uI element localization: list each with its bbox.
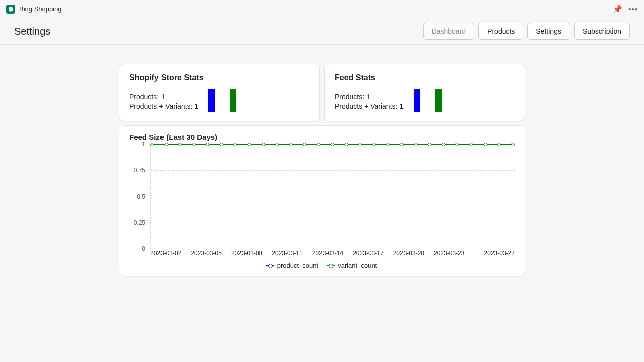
x-tick: 2023-03-23 — [434, 250, 464, 257]
store-stats-title: Shopify Store Stats — [129, 73, 309, 82]
chart-data-point — [317, 143, 320, 146]
store-stats-card: Shopify Store Stats Products: 1 Products… — [119, 64, 320, 121]
chart-data-point — [511, 143, 515, 146]
feed-stats-card: Feed Stats Products: 1 Products + Varian… — [324, 64, 525, 121]
y-tick-075: 0.75 — [134, 167, 145, 174]
nav-subscription[interactable]: Subscription — [574, 23, 630, 40]
chart-data-point — [220, 143, 223, 146]
chart-data-point — [192, 143, 196, 146]
chart-data-point — [275, 143, 279, 146]
nav-products[interactable]: Products — [478, 23, 523, 40]
x-tick: 2023-03-20 — [393, 250, 424, 257]
chart-data-point — [469, 143, 473, 146]
feed-variants-label: Products + Variants: 1 — [335, 102, 404, 112]
nav-buttons: Dashboard Products Settings Subscription — [423, 23, 630, 40]
app-title: Bing Shopping — [19, 5, 62, 13]
feed-stats-title: Feed Stats — [335, 73, 515, 82]
y-tick-1: 1 — [142, 141, 145, 148]
chart-data-point — [331, 143, 334, 146]
chart-data-point — [358, 143, 362, 146]
x-tick: 2023-03-11 — [272, 250, 302, 257]
legend-variant-count[interactable]: variant_count — [327, 262, 377, 269]
grid-line — [150, 197, 515, 197]
chart-data-point — [372, 143, 376, 146]
feed-mini-chart — [414, 89, 442, 112]
stats-cards-row: Shopify Store Stats Products: 1 Products… — [119, 64, 525, 121]
chart-data-point — [262, 143, 265, 146]
feed-size-chart-card: Feed Size (Last 30 Days) 1 0.75 0.5 0.25… — [119, 125, 525, 276]
feed-size-chart-title: Feed Size (Last 30 Days) — [129, 133, 515, 141]
store-bar-products — [208, 89, 215, 112]
legend-marker-icon — [266, 265, 274, 266]
feed-stats-text: Products: 1 Products + Variants: 1 — [335, 92, 404, 112]
chart-data-point — [484, 143, 487, 146]
x-tick: 2023-03-05 — [191, 250, 221, 257]
content: Shopify Store Stats Products: 1 Products… — [0, 45, 644, 276]
chart-x-labels: 2023-03-02 2023-03-05 2023-03-08 2023-03… — [150, 250, 515, 257]
store-products-label: Products: 1 — [129, 92, 198, 102]
chart-data-point — [303, 143, 306, 146]
top-bar-left: Bing Shopping — [6, 5, 62, 14]
legend-marker-icon — [327, 265, 335, 266]
chart-data-point — [345, 143, 348, 146]
legend-label: variant_count — [338, 262, 377, 269]
legend-product-count[interactable]: product_count — [266, 262, 318, 269]
chart-data-point — [248, 143, 251, 146]
y-tick-05: 0.5 — [137, 193, 145, 200]
top-bar-right: 📌 ••• — [613, 5, 638, 14]
chart-data-point — [233, 143, 237, 146]
chart-data-line — [150, 144, 515, 146]
chart-legend: product_count variant_count — [128, 262, 515, 269]
store-variants-label: Products + Variants: 1 — [129, 102, 198, 112]
feed-stats-body: Products: 1 Products + Variants: 1 — [335, 89, 515, 112]
page-title: Settings — [14, 26, 50, 37]
grid-line — [150, 170, 515, 171]
chart-data-point — [386, 143, 390, 146]
feed-bar-products — [414, 89, 420, 112]
store-stats-body: Products: 1 Products + Variants: 1 — [129, 89, 309, 112]
x-tick: 2023-03-08 — [231, 250, 262, 257]
x-tick: 2023-03-17 — [353, 250, 383, 257]
chart-data-point — [497, 143, 501, 146]
x-tick: 2023-03-02 — [150, 250, 181, 257]
chart-data-point — [414, 143, 418, 146]
pin-icon[interactable]: 📌 — [613, 5, 622, 14]
grid-line — [150, 249, 515, 249]
nav-dashboard[interactable]: Dashboard — [423, 23, 475, 40]
y-tick-025: 0.25 — [134, 219, 145, 226]
chart-data-point — [428, 143, 431, 146]
feed-products-label: Products: 1 — [335, 92, 404, 102]
x-tick: 2023-03-14 — [312, 250, 343, 257]
top-bar: Bing Shopping 📌 ••• — [0, 0, 644, 18]
store-mini-chart — [208, 89, 236, 112]
x-tick: 2023-03-27 — [484, 250, 515, 257]
y-tick-0: 0 — [142, 245, 145, 252]
store-stats-text: Products: 1 Products + Variants: 1 — [129, 92, 198, 112]
more-icon[interactable]: ••• — [628, 5, 638, 13]
chart-data-point — [289, 143, 293, 146]
grid-line — [150, 223, 515, 223]
legend-label: product_count — [277, 262, 318, 269]
store-bar-variants — [230, 89, 236, 112]
chart-data-point — [442, 143, 445, 146]
chart-data-point — [206, 143, 209, 146]
feed-size-chart-area: 1 0.75 0.5 0.25 0 — [150, 144, 515, 249]
header-row: Settings Dashboard Products Settings Sub… — [0, 18, 644, 45]
app-icon — [6, 5, 15, 14]
nav-settings[interactable]: Settings — [527, 23, 570, 40]
chart-data-point — [165, 143, 168, 146]
chart-data-point — [400, 143, 404, 146]
chart-data-point — [178, 143, 182, 146]
chart-data-point — [150, 143, 154, 146]
feed-bar-variants — [435, 89, 442, 112]
chart-data-point — [455, 143, 459, 146]
